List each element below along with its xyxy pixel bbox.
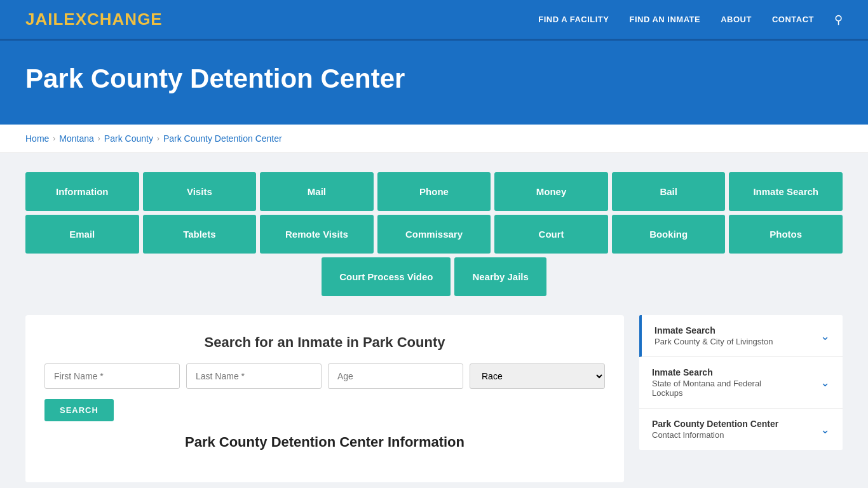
breadcrumb: Home › Montana › Park County › Park Coun… (25, 133, 843, 144)
search-inputs: Race (44, 363, 605, 389)
search-title: Search for an Inmate in Park County (44, 334, 605, 351)
btn-commissary[interactable]: Commissary (377, 215, 491, 254)
race-select[interactable]: Race (470, 363, 605, 389)
page-title: Park County Detention Center (25, 64, 843, 94)
breadcrumb-home[interactable]: Home (25, 133, 49, 144)
btn-photos[interactable]: Photos (729, 215, 843, 254)
breadcrumb-bar: Home › Montana › Park County › Park Coun… (0, 125, 868, 153)
breadcrumb-current: Park County Detention Center (163, 133, 282, 144)
logo[interactable]: JAILEXCHANGE (25, 10, 163, 29)
main-nav: FIND A FACILITY FIND AN INMATE ABOUT CON… (538, 13, 843, 27)
btn-remote-visits[interactable]: Remote Visits (260, 215, 374, 254)
sidebar-item-2-text: Inmate Search State of Montana and Feder… (652, 367, 761, 398)
sidebar-item-2-title: Inmate Search (652, 367, 761, 377)
last-name-input[interactable] (186, 363, 322, 389)
btn-bail[interactable]: Bail (612, 172, 726, 211)
bottom-title: Park County Detention Center Information (44, 434, 605, 451)
chevron-icon-1: ⌄ (820, 329, 830, 343)
nav-find-facility[interactable]: FIND A FACILITY (538, 15, 609, 24)
sidebar-item-1[interactable]: Inmate Search Park County & City of Livi… (639, 315, 843, 357)
breadcrumb-sep-1: › (53, 134, 55, 143)
sidebar-card: Inmate Search Park County & City of Livi… (639, 315, 843, 450)
btn-phone[interactable]: Phone (377, 172, 491, 211)
btn-court[interactable]: Court (494, 215, 608, 254)
grid-row-1: Information Visits Mail Phone Money Bail… (25, 172, 843, 211)
sidebar-item-1-title: Inmate Search (654, 325, 773, 336)
btn-visits[interactable]: Visits (143, 172, 257, 211)
btn-tablets[interactable]: Tablets (143, 215, 257, 254)
sidebar-item-3-title: Park County Detention Center (652, 419, 778, 429)
btn-email[interactable]: Email (25, 215, 139, 254)
first-name-input[interactable] (44, 363, 180, 389)
nav-about[interactable]: ABOUT (721, 15, 752, 24)
btn-court-process-video[interactable]: Court Process Video (322, 257, 451, 296)
chevron-icon-2: ⌄ (820, 376, 830, 390)
age-input[interactable] (328, 363, 463, 389)
sidebar-item-2-subtitle: State of Montana and Federal (652, 379, 761, 388)
search-button[interactable]: SEARCH (44, 399, 114, 421)
sidebar-item-3-subtitle: Contact Information (652, 430, 778, 440)
btn-nearby-jails[interactable]: Nearby Jails (454, 257, 546, 296)
bottom-section: Park County Detention Center Information (44, 434, 605, 451)
grid-row-2: Email Tablets Remote Visits Commissary C… (25, 215, 843, 254)
logo-jail: JAIL (25, 10, 64, 29)
btn-money[interactable]: Money (494, 172, 608, 211)
nav-find-inmate[interactable]: FIND AN INMATE (629, 15, 700, 24)
logo-exchange: EXCHANGE (64, 10, 162, 29)
main-content: Information Visits Mail Phone Money Bail… (0, 153, 868, 488)
sidebar: Inmate Search Park County & City of Livi… (639, 315, 843, 482)
chevron-icon-3: ⌄ (820, 423, 830, 437)
breadcrumb-sep-2: › (98, 134, 100, 143)
header: JAILEXCHANGE FIND A FACILITY FIND AN INM… (0, 0, 868, 41)
breadcrumb-sep-3: › (157, 134, 159, 143)
grid-row-3: Court Process Video Nearby Jails (25, 257, 843, 296)
sidebar-item-3-text: Park County Detention Center Contact Inf… (652, 419, 778, 440)
hero-section: Park County Detention Center (0, 41, 868, 125)
sidebar-item-1-subtitle: Park County & City of Livingston (654, 337, 773, 346)
btn-mail[interactable]: Mail (260, 172, 374, 211)
breadcrumb-park-county[interactable]: Park County (104, 133, 153, 144)
search-icon[interactable]: ⚲ (834, 13, 843, 27)
sidebar-item-3[interactable]: Park County Detention Center Contact Inf… (639, 409, 843, 450)
sidebar-item-1-text: Inmate Search Park County & City of Livi… (654, 325, 773, 346)
btn-information[interactable]: Information (25, 172, 139, 211)
content-area: Search for an Inmate in Park County Race… (25, 315, 843, 482)
btn-inmate-search[interactable]: Inmate Search (729, 172, 843, 211)
sidebar-item-2-subtitle2: Lockups (652, 388, 761, 398)
btn-booking[interactable]: Booking (612, 215, 726, 254)
breadcrumb-montana[interactable]: Montana (59, 133, 93, 144)
nav-contact[interactable]: CONTACT (772, 15, 814, 24)
sidebar-item-2[interactable]: Inmate Search State of Montana and Feder… (639, 357, 843, 409)
search-section: Search for an Inmate in Park County Race… (25, 315, 624, 482)
